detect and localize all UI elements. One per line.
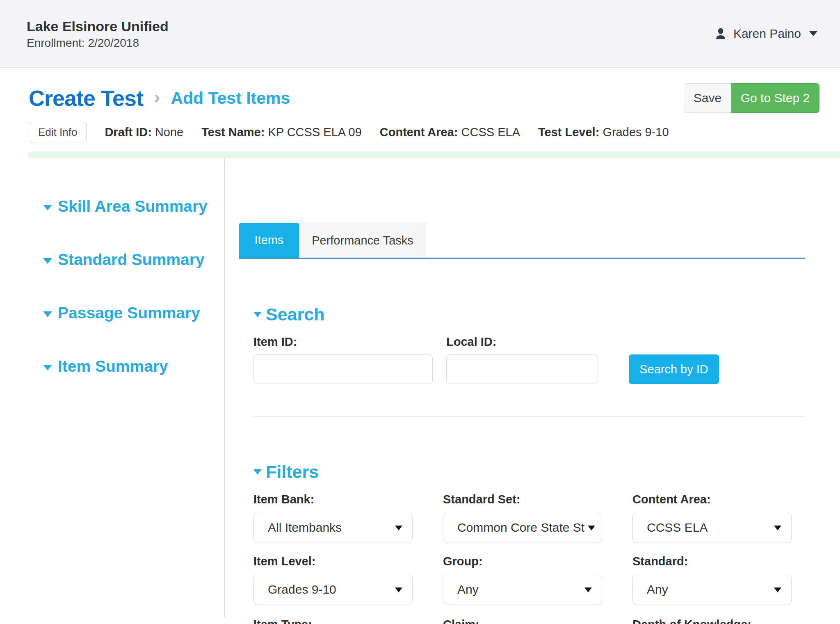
select-caret-icon xyxy=(774,526,781,530)
search-by-id-button[interactable]: Search by ID xyxy=(629,354,719,384)
collapse-caret-icon xyxy=(253,312,262,317)
claim-label: Claim: xyxy=(443,618,602,624)
page-header: Create Test › Add Test Items Save Go to … xyxy=(0,68,840,142)
collapse-caret-icon xyxy=(253,469,262,475)
header-button-group: Save Go to Step 2 xyxy=(684,83,819,113)
search-form-row: Item ID: Local ID: Search by ID xyxy=(253,335,805,384)
sidebar-item-skill-area-summary[interactable]: Skill Area Summary xyxy=(43,194,212,219)
collapse-caret-icon xyxy=(43,258,52,264)
district-block: Lake Elsinore Unified Enrollment: 2/20/2… xyxy=(27,18,169,50)
search-section-header[interactable]: Search xyxy=(253,304,805,325)
content-area-filter: Content Area: CCSS ELA xyxy=(632,493,792,542)
top-bar: Lake Elsinore Unified Enrollment: 2/20/2… xyxy=(0,0,840,68)
local-id-label: Local ID: xyxy=(446,335,598,349)
standard-filter: Standard: Any xyxy=(632,555,792,604)
content-area-select[interactable]: CCSS ELA xyxy=(632,513,792,542)
standard-set-label: Standard Set: xyxy=(443,493,602,506)
district-name: Lake Elsinore Unified xyxy=(27,18,169,35)
collapse-caret-icon xyxy=(43,311,52,317)
sidebar-item-standard-summary[interactable]: Standard Summary xyxy=(43,247,212,272)
test-level-value: Grades 9-10 xyxy=(603,126,669,139)
standard-set-filter: Standard Set: Common Core State St xyxy=(443,493,602,542)
content-area: Skill Area Summary Standard Summary Pass… xyxy=(0,158,840,617)
content-area-filter-label: Content Area: xyxy=(632,493,792,506)
depth-of-knowledge-filter: Depth of Knowledge: xyxy=(632,618,792,624)
local-id-input[interactable] xyxy=(446,354,598,384)
group-filter: Group: Any xyxy=(443,555,602,604)
save-button[interactable]: Save xyxy=(684,83,731,113)
enrollment-date: Enrollment: 2/20/2018 xyxy=(27,37,169,50)
standard-label: Standard: xyxy=(632,555,792,568)
content-area-value: CCSS ELA xyxy=(461,126,520,139)
tab-performance-tasks[interactable]: Performance Tasks xyxy=(299,223,426,258)
chevron-down-icon xyxy=(809,31,817,36)
search-section: Search Item ID: Local ID: Search by ID xyxy=(239,304,805,417)
filters-grid: Item Bank: All Itembanks Standard Set: C… xyxy=(253,493,805,624)
page-title: Create Test xyxy=(29,85,143,111)
item-type-label: Item Type: xyxy=(253,618,413,624)
claim-filter: Claim: xyxy=(443,618,602,624)
section-divider xyxy=(253,416,805,417)
item-bank-filter: Item Bank: All Itembanks xyxy=(253,493,413,542)
filters-section-title: Filters xyxy=(266,462,319,482)
group-select[interactable]: Any xyxy=(443,575,602,604)
item-id-label: Item ID: xyxy=(253,335,446,349)
test-level-label: Test Level: xyxy=(538,126,599,139)
select-caret-icon xyxy=(395,587,402,592)
item-id-group: Item ID: xyxy=(253,335,446,384)
user-menu[interactable]: Karen Paino xyxy=(714,26,817,41)
sidebar-item-label: Skill Area Summary xyxy=(58,197,208,215)
draft-id-value: None xyxy=(155,126,183,139)
item-level-select[interactable]: Grades 9-10 xyxy=(253,575,413,604)
item-bank-select[interactable]: All Itembanks xyxy=(253,513,413,542)
filters-section-header[interactable]: Filters xyxy=(253,462,805,482)
sidebar-item-label: Passage Summary xyxy=(58,304,200,322)
create-test-page: Lake Elsinore Unified Enrollment: 2/20/2… xyxy=(0,0,840,624)
main-panel: Items Performance Tasks Search Item ID: … xyxy=(225,158,840,617)
standard-set-select[interactable]: Common Core State St xyxy=(443,513,602,542)
breadcrumb-current: Add Test Items xyxy=(171,89,290,108)
tab-items[interactable]: Items xyxy=(239,223,299,258)
tab-bar: Items Performance Tasks xyxy=(239,223,805,259)
sidebar-item-label: Standard Summary xyxy=(58,251,205,268)
collapse-caret-icon xyxy=(43,205,52,210)
summary-sidebar: Skill Area Summary Standard Summary Pass… xyxy=(0,158,225,617)
test-name-label: Test Name: xyxy=(201,126,265,139)
search-section-title: Search xyxy=(266,304,324,325)
draft-id-meta: Draft ID: None xyxy=(105,126,183,139)
sidebar-item-passage-summary[interactable]: Passage Summary xyxy=(43,300,212,326)
select-caret-icon xyxy=(588,526,595,530)
content-area-value: CCSS ELA xyxy=(647,521,708,535)
sidebar-item-label: Item Summary xyxy=(58,357,168,375)
breadcrumb-separator-icon: › xyxy=(154,86,160,108)
item-level-value: Grades 9-10 xyxy=(268,583,336,597)
item-level-filter: Item Level: Grades 9-10 xyxy=(253,555,413,604)
select-caret-icon xyxy=(395,526,402,530)
filters-section: Filters Item Bank: All Itembanks Standar… xyxy=(239,462,805,624)
standard-set-value: Common Core State St xyxy=(457,521,584,535)
go-to-step-2-button[interactable]: Go to Step 2 xyxy=(731,83,819,113)
edit-info-button[interactable]: Edit Info xyxy=(29,122,87,142)
sidebar-item-item-summary[interactable]: Item Summary xyxy=(43,354,212,379)
content-area-meta: Content Area: CCSS ELA xyxy=(380,126,520,139)
test-level-meta: Test Level: Grades 9-10 xyxy=(538,126,669,139)
test-name-value: KP CCSS ELA 09 xyxy=(268,126,361,139)
standard-value: Any xyxy=(647,583,668,597)
test-name-meta: Test Name: KP CCSS ELA 09 xyxy=(201,126,362,139)
item-id-input[interactable] xyxy=(253,354,433,384)
local-id-group: Local ID: xyxy=(446,335,598,384)
draft-id-label: Draft ID: xyxy=(105,126,151,139)
select-caret-icon xyxy=(774,587,781,592)
item-level-label: Item Level: xyxy=(253,555,413,568)
test-meta-row: Edit Info Draft ID: None Test Name: KP C… xyxy=(29,122,819,142)
user-icon xyxy=(714,26,728,41)
item-type-filter: Item Type: xyxy=(253,618,413,624)
item-bank-value: All Itembanks xyxy=(268,521,342,535)
step-progress-bar xyxy=(28,151,840,158)
user-name: Karen Paino xyxy=(733,27,801,41)
standard-select[interactable]: Any xyxy=(632,575,792,604)
content-area-label: Content Area: xyxy=(380,126,458,139)
group-value: Any xyxy=(457,583,479,597)
group-label: Group: xyxy=(443,555,602,568)
item-bank-label: Item Bank: xyxy=(253,493,413,506)
